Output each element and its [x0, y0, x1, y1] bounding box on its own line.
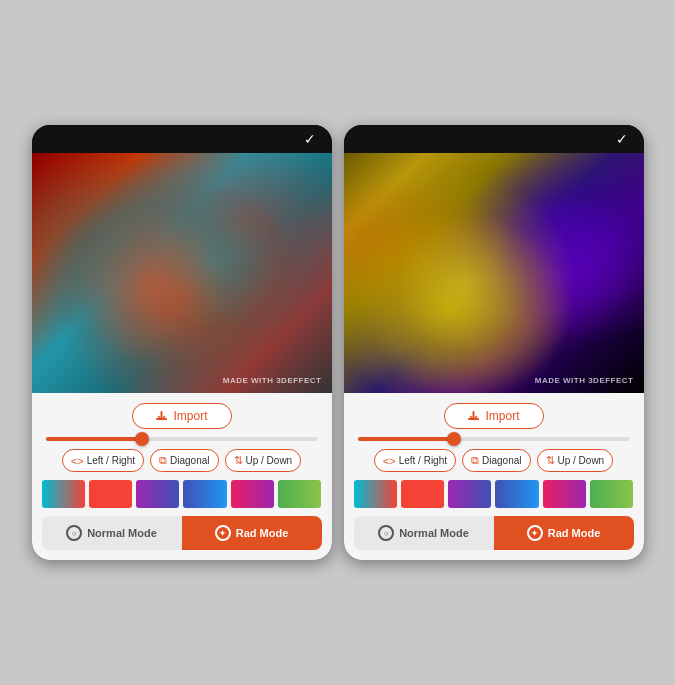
swatch-2-left[interactable] [89, 480, 132, 508]
up-down-label-right: Up / Down [558, 455, 605, 466]
normal-mode-icon-right: ○ [378, 525, 394, 541]
normal-mode-button-right[interactable]: ○ Normal Mode [354, 516, 494, 550]
swatch-5-left[interactable] [231, 480, 274, 508]
normal-mode-button-left[interactable]: ○ Normal Mode [42, 516, 182, 550]
slider-thumb-left[interactable] [135, 432, 149, 446]
import-label-right: Import [485, 409, 519, 423]
rad-mode-label-left: Rad Mode [236, 527, 289, 539]
slider-thumb-right[interactable] [447, 432, 461, 446]
rad-mode-icon-right: ✦ [527, 525, 543, 541]
left-right-button-right[interactable]: <> Left / Right [374, 449, 456, 472]
mode-buttons-right: ○ Normal Mode ✦ Rad Mode [354, 516, 634, 550]
left-right-button-left[interactable]: <> Left / Right [62, 449, 144, 472]
top-bar-left: ✓ [32, 125, 332, 153]
swatch-6-left[interactable] [278, 480, 321, 508]
diagonal-label-right: Diagonal [482, 455, 521, 466]
up-down-button-right[interactable]: ⇅ Up / Down [537, 449, 614, 472]
import-icon-right [467, 410, 480, 423]
slider-fill-right [358, 437, 453, 441]
diagonal-label-left: Diagonal [170, 455, 209, 466]
slider-track-left [46, 437, 318, 441]
swatch-3-left[interactable] [136, 480, 179, 508]
import-button-right[interactable]: Import [444, 403, 544, 429]
photo-child [32, 153, 332, 393]
swatch-4-right[interactable] [495, 480, 538, 508]
left-right-icon-right: <> [383, 455, 396, 467]
controls-right: Import <> Left / Right ⧉ Diagonal ⇅ [344, 393, 644, 560]
slider-right[interactable] [354, 437, 634, 441]
slider-fill-left [46, 437, 141, 441]
photo-dog [344, 153, 644, 393]
rad-mode-button-left[interactable]: ✦ Rad Mode [182, 516, 322, 550]
slider-left[interactable] [42, 437, 322, 441]
checkmark-left[interactable]: ✓ [304, 131, 316, 147]
svg-rect-1 [161, 411, 163, 418]
photo-area-right: MADE WITH 3DEFFECT [344, 153, 644, 393]
color-swatches-left [42, 480, 322, 508]
color-swatches-right [354, 480, 634, 508]
swatch-1-left[interactable] [42, 480, 85, 508]
normal-mode-label-left: Normal Mode [87, 527, 157, 539]
rad-mode-icon-left: ✦ [215, 525, 231, 541]
diagonal-icon-right: ⧉ [471, 454, 479, 467]
import-label-left: Import [173, 409, 207, 423]
diagonal-button-right[interactable]: ⧉ Diagonal [462, 449, 530, 472]
swatch-1-right[interactable] [354, 480, 397, 508]
normal-mode-icon-left: ○ [66, 525, 82, 541]
slider-track-right [358, 437, 630, 441]
controls-left: Import <> Left / Right ⧉ Diagonal ⇅ [32, 393, 332, 560]
left-right-icon-left: <> [71, 455, 84, 467]
swatch-2-right[interactable] [401, 480, 444, 508]
swatch-3-right[interactable] [448, 480, 491, 508]
diagonal-button-left[interactable]: ⧉ Diagonal [150, 449, 218, 472]
mode-buttons-left: ○ Normal Mode ✦ Rad Mode [42, 516, 322, 550]
phone-right: ✓ MADE WITH 3DEFFECT Import [344, 125, 644, 560]
phone-left: ✓ MADE WITH 3DEFFECT Import [32, 125, 332, 560]
import-button-left[interactable]: Import [132, 403, 232, 429]
rad-mode-button-right[interactable]: ✦ Rad Mode [494, 516, 634, 550]
up-down-icon-right: ⇅ [546, 454, 555, 467]
normal-mode-label-right: Normal Mode [399, 527, 469, 539]
checkmark-right[interactable]: ✓ [616, 131, 628, 147]
watermark-right: MADE WITH 3DEFFECT [535, 376, 634, 385]
watermark-left: MADE WITH 3DEFFECT [223, 376, 322, 385]
up-down-icon-left: ⇅ [234, 454, 243, 467]
swatch-5-right[interactable] [543, 480, 586, 508]
up-down-label-left: Up / Down [246, 455, 293, 466]
up-down-button-left[interactable]: ⇅ Up / Down [225, 449, 302, 472]
import-icon-left [155, 410, 168, 423]
left-right-label-left: Left / Right [87, 455, 135, 466]
svg-rect-3 [473, 411, 475, 418]
top-bar-right: ✓ [344, 125, 644, 153]
direction-buttons-right: <> Left / Right ⧉ Diagonal ⇅ Up / Down [354, 449, 634, 472]
left-right-label-right: Left / Right [399, 455, 447, 466]
swatch-6-right[interactable] [590, 480, 633, 508]
swatch-4-left[interactable] [183, 480, 226, 508]
app-container: ✓ MADE WITH 3DEFFECT Import [12, 105, 664, 580]
direction-buttons-left: <> Left / Right ⧉ Diagonal ⇅ Up / Down [42, 449, 322, 472]
diagonal-icon-left: ⧉ [159, 454, 167, 467]
rad-mode-label-right: Rad Mode [548, 527, 601, 539]
photo-area-left: MADE WITH 3DEFFECT [32, 153, 332, 393]
